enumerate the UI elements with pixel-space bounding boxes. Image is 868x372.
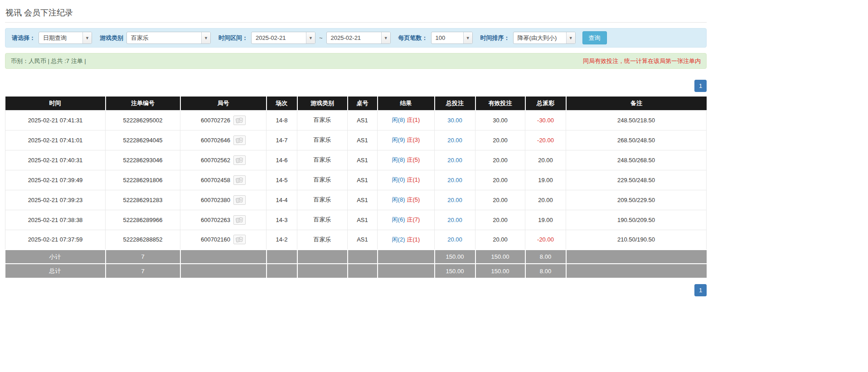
remark-cell: 190.50/209.50 (566, 210, 707, 230)
chevron-down-icon[interactable]: ▼ (306, 32, 315, 43)
round-wrap: 600702160 (201, 235, 246, 244)
result-player: 闲(6) (392, 216, 405, 223)
filter-bar: 请选择： 日期查询 ▼ 游戏类别 百家乐 ▼ 时间区间： 2025-02-21 … (5, 28, 707, 48)
round-wrap: 600702646 (201, 135, 246, 145)
footer-cell-9: 8.00 (525, 264, 566, 278)
page-title: 视讯 会员下注纪录 (5, 7, 707, 18)
chevron-down-icon[interactable]: ▼ (566, 32, 575, 43)
bet-id-cell: 522286295002 (106, 110, 180, 130)
game-type-cell: 百家乐 (297, 210, 348, 230)
chevron-down-icon[interactable]: ▼ (82, 32, 92, 43)
total-bet-link[interactable]: 20.00 (447, 217, 462, 223)
footer-cell-6 (378, 250, 435, 264)
table-no-cell: AS1 (348, 230, 378, 250)
round-wrap: 600702458 (201, 175, 246, 185)
time-cell: 2025-02-21 07:37:59 (5, 230, 106, 250)
chevron-down-icon[interactable]: ▼ (381, 32, 390, 43)
total-bet-link[interactable]: 30.00 (447, 117, 462, 124)
date-from-value: 2025-02-21 (252, 32, 306, 43)
total-bet-link[interactable]: 20.00 (447, 157, 462, 164)
payout-cell: 20.00 (525, 190, 566, 210)
game-type-value: 百家乐 (127, 32, 201, 43)
time-cell: 2025-02-21 07:41:31 (5, 110, 106, 130)
table-no-cell: AS1 (348, 190, 378, 210)
game-type-select[interactable]: 百家乐 ▼ (126, 32, 211, 44)
round-wrap: 600702726 (201, 116, 246, 125)
valid-bet-cell: 20.00 (475, 210, 525, 230)
page: 视讯 会员下注纪录 请选择： 日期查询 ▼ 游戏类别 百家乐 ▼ 时间区间： 2… (5, 0, 707, 296)
round-cell: 600702646 (180, 130, 267, 150)
total-bet-link[interactable]: 20.00 (447, 137, 462, 144)
sort-order-select[interactable]: 降幂(由大到小) ▼ (513, 32, 576, 44)
time-cell: 2025-02-21 07:40:31 (5, 150, 106, 170)
footer-cell-1: 7 (106, 250, 180, 264)
valid-bet-cell: 20.00 (475, 190, 525, 210)
search-button[interactable]: 查询 (582, 31, 607, 44)
query-type-select[interactable]: 日期查询 ▼ (39, 32, 92, 44)
payout-cell: 19.00 (525, 210, 566, 230)
round-preview-button[interactable] (233, 215, 246, 225)
table-row: 2025-02-21 07:37:59522286288852600702160… (5, 230, 707, 250)
session-cell: 14-2 (267, 230, 297, 250)
footer-cell-5 (348, 264, 378, 278)
round-preview-button[interactable] (233, 116, 246, 125)
total-bet-link[interactable]: 20.00 (447, 236, 462, 243)
remark-cell: 268.50/248.50 (566, 130, 707, 150)
date-from-input[interactable]: 2025-02-21 ▼ (251, 32, 315, 44)
round-preview-button[interactable] (233, 195, 246, 205)
payout-cell: -20.00 (525, 130, 566, 150)
chevron-down-icon[interactable]: ▼ (463, 32, 472, 43)
time-cell: 2025-02-21 07:41:01 (5, 130, 106, 150)
table-row: 2025-02-21 07:39:49522286291806600702458… (5, 170, 707, 190)
session-cell: 14-8 (267, 110, 297, 130)
round-preview-button[interactable] (233, 175, 246, 185)
column-header-4: 游戏类别 (297, 97, 348, 110)
game-type-label: 游戏类别 (100, 34, 123, 42)
column-header-0: 时间 (5, 97, 106, 110)
total-bet-link[interactable]: 20.00 (447, 197, 462, 203)
time-cell: 2025-02-21 07:39:23 (5, 190, 106, 210)
round-number: 600702646 (201, 137, 230, 144)
footer-cell-7: 150.00 (435, 250, 475, 264)
round-preview-button[interactable] (233, 155, 246, 165)
round-number: 600702160 (201, 236, 230, 243)
round-number: 600702726 (201, 117, 230, 124)
result-banker: 庄(1) (407, 116, 420, 123)
result-player: 闲(9) (392, 136, 405, 143)
payout-cell: -20.00 (525, 230, 566, 250)
result-banker: 庄(5) (407, 156, 420, 163)
page-1-button[interactable]: 1 (694, 80, 707, 92)
result-cell: 闲(2)庄(1) (378, 230, 435, 250)
session-cell: 14-3 (267, 210, 297, 230)
bet-id-cell: 522286288852 (106, 230, 180, 250)
date-to-value: 2025-02-21 (327, 32, 381, 43)
cards-icon (236, 157, 243, 163)
round-preview-button[interactable] (233, 135, 246, 145)
footer-cell-8: 150.00 (475, 250, 525, 264)
round-number: 600702380 (201, 197, 230, 203)
remark-cell: 229.50/248.50 (566, 170, 707, 190)
remark-cell: 209.50/229.50 (566, 190, 707, 210)
cards-icon (236, 217, 243, 223)
column-header-3: 场次 (267, 97, 297, 110)
footer-cell-3 (267, 264, 297, 278)
page-size-select[interactable]: 100 ▼ (431, 32, 473, 44)
round-cell: 600702380 (180, 190, 267, 210)
round-number: 600702263 (201, 217, 230, 223)
payout-cell: 20.00 (525, 150, 566, 170)
query-type-label: 请选择： (12, 34, 35, 42)
total-bet-cell: 20.00 (435, 190, 475, 210)
time-cell: 2025-02-21 07:39:49 (5, 170, 106, 190)
date-to-input[interactable]: 2025-02-21 ▼ (326, 32, 391, 44)
total-bet-cell: 20.00 (435, 150, 475, 170)
game-type-cell: 百家乐 (297, 150, 348, 170)
result-cell: 闲(8)庄(5) (378, 150, 435, 170)
sort-order-label: 时间排序： (480, 34, 510, 42)
chevron-down-icon[interactable]: ▼ (201, 32, 210, 43)
total-bet-link[interactable]: 20.00 (447, 177, 462, 184)
footer-cell-4 (297, 250, 348, 264)
result-banker: 庄(5) (407, 196, 420, 203)
page-1-button[interactable]: 1 (694, 284, 707, 296)
table-foot: 小计7150.00150.008.00总计7150.00150.008.00 (5, 250, 707, 278)
round-preview-button[interactable] (233, 235, 246, 244)
